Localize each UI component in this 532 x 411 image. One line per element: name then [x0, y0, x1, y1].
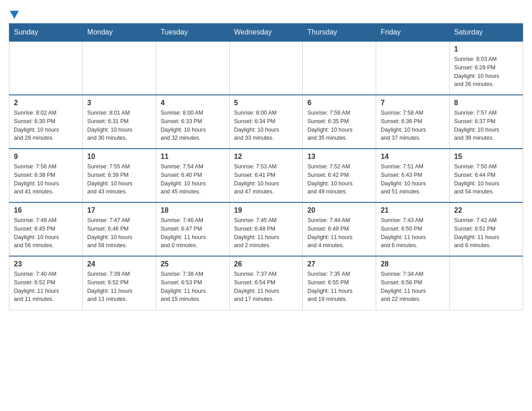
day-info: Sunrise: 7:47 AMSunset: 6:46 PMDaylight:… [87, 216, 151, 250]
calendar-table: SundayMondayTuesdayWednesdayThursdayFrid… [9, 23, 523, 310]
calendar-cell: 23Sunrise: 7:40 AMSunset: 6:52 PMDayligh… [9, 256, 83, 310]
calendar-cell: 20Sunrise: 7:44 AMSunset: 6:49 PMDayligh… [303, 202, 376, 256]
day-number: 21 [381, 206, 445, 214]
calendar-cell: 15Sunrise: 7:50 AMSunset: 6:44 PMDayligh… [450, 149, 523, 202]
day-info: Sunrise: 7:56 AMSunset: 6:38 PMDaylight:… [14, 163, 78, 196]
calendar-cell: 28Sunrise: 7:34 AMSunset: 6:56 PMDayligh… [376, 256, 450, 310]
calendar-week-2: 2Sunrise: 8:02 AMSunset: 6:30 PMDaylight… [9, 95, 523, 149]
day-number: 15 [454, 153, 518, 161]
calendar-cell: 5Sunrise: 8:00 AMSunset: 6:34 PMDaylight… [229, 95, 303, 149]
day-info: Sunrise: 7:45 AMSunset: 6:48 PMDaylight:… [234, 216, 298, 250]
day-info: Sunrise: 7:43 AMSunset: 6:50 PMDaylight:… [381, 216, 445, 250]
day-number: 2 [14, 99, 78, 107]
day-info: Sunrise: 8:00 AMSunset: 6:33 PMDaylight:… [161, 109, 225, 142]
day-number: 26 [234, 260, 298, 268]
day-number: 25 [161, 260, 225, 268]
calendar-cell [82, 41, 156, 95]
calendar-cell [9, 41, 83, 95]
calendar-cell: 24Sunrise: 7:39 AMSunset: 6:52 PMDayligh… [82, 256, 156, 310]
day-info: Sunrise: 7:54 AMSunset: 6:40 PMDaylight:… [161, 163, 225, 196]
day-info: Sunrise: 8:03 AMSunset: 6:29 PMDaylight:… [454, 55, 518, 89]
day-number: 24 [87, 260, 151, 268]
logo-triangle-icon [10, 11, 19, 19]
calendar-cell: 27Sunrise: 7:35 AMSunset: 6:55 PMDayligh… [303, 256, 376, 310]
day-info: Sunrise: 8:02 AMSunset: 6:30 PMDaylight:… [14, 109, 78, 142]
calendar-cell: 19Sunrise: 7:45 AMSunset: 6:48 PMDayligh… [229, 202, 303, 256]
calendar-cell: 26Sunrise: 7:37 AMSunset: 6:54 PMDayligh… [229, 256, 303, 310]
calendar-cell: 7Sunrise: 7:58 AMSunset: 6:36 PMDaylight… [376, 95, 450, 149]
day-info: Sunrise: 7:51 AMSunset: 6:43 PMDaylight:… [381, 163, 445, 196]
weekday-header-row: SundayMondayTuesdayWednesdayThursdayFrid… [9, 24, 523, 42]
calendar-cell: 12Sunrise: 7:53 AMSunset: 6:41 PMDayligh… [229, 149, 303, 202]
calendar-cell: 3Sunrise: 8:01 AMSunset: 6:31 PMDaylight… [82, 95, 156, 149]
day-number: 4 [161, 99, 225, 107]
calendar-cell: 14Sunrise: 7:51 AMSunset: 6:43 PMDayligh… [376, 149, 450, 202]
day-number: 1 [454, 45, 518, 53]
calendar-cell: 4Sunrise: 8:00 AMSunset: 6:33 PMDaylight… [156, 95, 229, 149]
day-number: 5 [234, 99, 298, 107]
calendar-cell: 6Sunrise: 7:59 AMSunset: 6:35 PMDaylight… [303, 95, 376, 149]
calendar-week-1: 1Sunrise: 8:03 AMSunset: 6:29 PMDaylight… [9, 41, 523, 95]
day-info: Sunrise: 7:42 AMSunset: 6:51 PMDaylight:… [454, 216, 518, 250]
calendar-cell: 22Sunrise: 7:42 AMSunset: 6:51 PMDayligh… [450, 202, 523, 256]
page-header [9, 9, 523, 19]
day-info: Sunrise: 7:52 AMSunset: 6:42 PMDaylight:… [307, 163, 371, 196]
day-number: 10 [87, 153, 151, 161]
logo [9, 9, 19, 19]
day-number: 22 [454, 206, 518, 214]
day-number: 23 [14, 260, 78, 268]
calendar-cell: 18Sunrise: 7:46 AMSunset: 6:47 PMDayligh… [156, 202, 229, 256]
day-info: Sunrise: 7:38 AMSunset: 6:53 PMDaylight:… [161, 270, 225, 304]
day-info: Sunrise: 8:01 AMSunset: 6:31 PMDaylight:… [87, 109, 151, 142]
weekday-header-thursday: Thursday [303, 24, 376, 42]
day-number: 17 [87, 206, 151, 214]
day-number: 13 [307, 153, 371, 161]
calendar-cell [450, 256, 523, 310]
day-number: 28 [381, 260, 445, 268]
calendar-cell: 9Sunrise: 7:56 AMSunset: 6:38 PMDaylight… [9, 149, 83, 202]
calendar-cell: 1Sunrise: 8:03 AMSunset: 6:29 PMDaylight… [450, 41, 523, 95]
calendar-week-3: 9Sunrise: 7:56 AMSunset: 6:38 PMDaylight… [9, 149, 523, 202]
calendar-cell: 25Sunrise: 7:38 AMSunset: 6:53 PMDayligh… [156, 256, 229, 310]
day-info: Sunrise: 8:00 AMSunset: 6:34 PMDaylight:… [234, 109, 298, 142]
weekday-header-friday: Friday [376, 24, 450, 42]
day-number: 12 [234, 153, 298, 161]
calendar-cell [156, 41, 229, 95]
day-info: Sunrise: 7:39 AMSunset: 6:52 PMDaylight:… [87, 270, 151, 304]
calendar-cell: 13Sunrise: 7:52 AMSunset: 6:42 PMDayligh… [303, 149, 376, 202]
day-number: 3 [87, 99, 151, 107]
weekday-header-saturday: Saturday [450, 24, 523, 42]
calendar-cell: 11Sunrise: 7:54 AMSunset: 6:40 PMDayligh… [156, 149, 229, 202]
calendar-cell: 10Sunrise: 7:55 AMSunset: 6:39 PMDayligh… [82, 149, 156, 202]
day-number: 14 [381, 153, 445, 161]
calendar-cell: 21Sunrise: 7:43 AMSunset: 6:50 PMDayligh… [376, 202, 450, 256]
calendar-cell: 17Sunrise: 7:47 AMSunset: 6:46 PMDayligh… [82, 202, 156, 256]
calendar-cell [376, 41, 450, 95]
day-info: Sunrise: 7:37 AMSunset: 6:54 PMDaylight:… [234, 270, 298, 304]
day-number: 7 [381, 99, 445, 107]
day-info: Sunrise: 7:59 AMSunset: 6:35 PMDaylight:… [307, 109, 371, 142]
day-info: Sunrise: 7:46 AMSunset: 6:47 PMDaylight:… [161, 216, 225, 250]
day-number: 11 [161, 153, 225, 161]
calendar-cell: 16Sunrise: 7:49 AMSunset: 6:45 PMDayligh… [9, 202, 83, 256]
day-number: 9 [14, 153, 78, 161]
calendar-cell: 2Sunrise: 8:02 AMSunset: 6:30 PMDaylight… [9, 95, 83, 149]
day-info: Sunrise: 7:53 AMSunset: 6:41 PMDaylight:… [234, 163, 298, 196]
day-info: Sunrise: 7:34 AMSunset: 6:56 PMDaylight:… [381, 270, 445, 304]
weekday-header-wednesday: Wednesday [229, 24, 303, 42]
day-info: Sunrise: 7:57 AMSunset: 6:37 PMDaylight:… [454, 109, 518, 142]
day-number: 19 [234, 206, 298, 214]
calendar-cell [303, 41, 376, 95]
day-info: Sunrise: 7:44 AMSunset: 6:49 PMDaylight:… [307, 216, 371, 250]
weekday-header-monday: Monday [82, 24, 156, 42]
day-info: Sunrise: 7:40 AMSunset: 6:52 PMDaylight:… [14, 270, 78, 304]
calendar-week-4: 16Sunrise: 7:49 AMSunset: 6:45 PMDayligh… [9, 202, 523, 256]
day-number: 16 [14, 206, 78, 214]
day-number: 18 [161, 206, 225, 214]
day-info: Sunrise: 7:35 AMSunset: 6:55 PMDaylight:… [307, 270, 371, 304]
day-number: 27 [307, 260, 371, 268]
calendar-cell: 8Sunrise: 7:57 AMSunset: 6:37 PMDaylight… [450, 95, 523, 149]
weekday-header-sunday: Sunday [9, 24, 83, 42]
calendar-week-5: 23Sunrise: 7:40 AMSunset: 6:52 PMDayligh… [9, 256, 523, 310]
day-info: Sunrise: 7:50 AMSunset: 6:44 PMDaylight:… [454, 163, 518, 196]
